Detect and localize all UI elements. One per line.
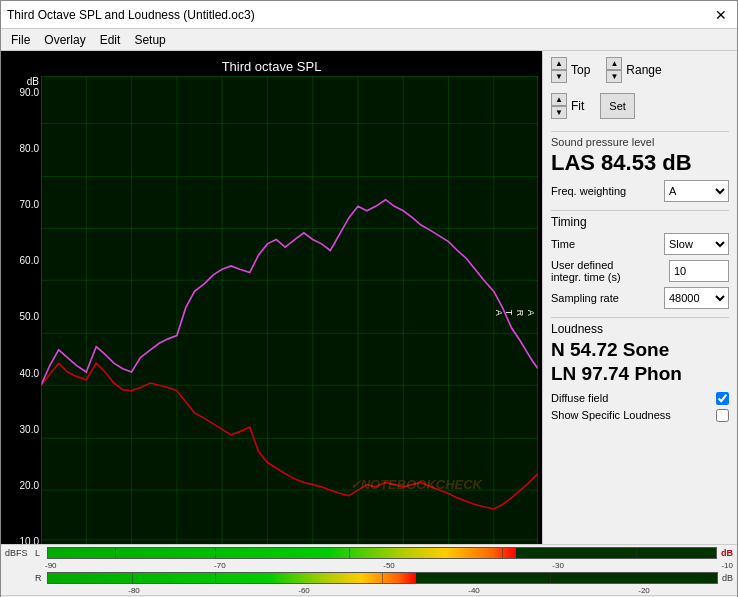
chart-svg	[41, 76, 538, 544]
menu-file[interactable]: File	[5, 31, 36, 49]
loudness-section-label: Loudness	[551, 322, 729, 336]
time-row: Time Slow Fast Impulse	[551, 233, 729, 255]
range-down-button[interactable]: ▼	[606, 70, 622, 83]
loudness-section: Loudness N 54.72 Sone LN 97.74 Phon Diff…	[551, 317, 729, 422]
meter-ticks-top: -90 -70 -50 -30 -10	[1, 561, 737, 570]
fit-up-button[interactable]: ▲	[551, 93, 567, 106]
set-control: Set	[600, 93, 635, 119]
sampling-rate-row: Sampling rate 48000 44100 96000	[551, 287, 729, 309]
sampling-rate-label: Sampling rate	[551, 292, 619, 304]
l-label: L	[35, 548, 45, 558]
freq-weighting-label: Freq. weighting	[551, 185, 626, 197]
nav-controls: ▲ ▼ Top ▲ ▼ Range	[551, 57, 729, 83]
r-label: R	[35, 573, 45, 583]
right-panel: ▲ ▼ Top ▲ ▼ Range ▲	[542, 51, 737, 544]
svg-rect-0	[41, 76, 538, 544]
top-up-button[interactable]: ▲	[551, 57, 567, 70]
range-label: Range	[626, 63, 661, 77]
top-down-button[interactable]: ▼	[551, 70, 567, 83]
db-right-label2: dB	[722, 573, 733, 583]
show-specific-checkbox[interactable]	[716, 409, 729, 422]
menu-overlay[interactable]: Overlay	[38, 31, 91, 49]
close-button[interactable]: ✕	[711, 5, 731, 25]
diffuse-field-label: Diffuse field	[551, 392, 608, 404]
show-specific-row: Show Specific Loudness	[551, 409, 729, 422]
fit-control: ▲ ▼ Fit	[551, 93, 584, 119]
spl-section-label: Sound pressure level	[551, 136, 729, 148]
show-specific-label: Show Specific Loudness	[551, 409, 671, 421]
timing-section: Timing Time Slow Fast Impulse User defin…	[551, 210, 729, 309]
time-select[interactable]: Slow Fast Impulse	[664, 233, 729, 255]
fit-down-button[interactable]: ▼	[551, 106, 567, 119]
l-meter-fill	[48, 548, 516, 558]
user-defined-label: User definedintegr. time (s)	[551, 259, 621, 283]
fit-set-controls: ▲ ▼ Fit Set	[551, 93, 729, 119]
fit-arrows: ▲ ▼	[551, 93, 567, 119]
freq-weighting-row: Freq. weighting A B C Z	[551, 180, 729, 202]
menu-bar: File Overlay Edit Setup	[1, 29, 737, 51]
range-up-button[interactable]: ▲	[606, 57, 622, 70]
timing-section-label: Timing	[551, 215, 729, 229]
user-defined-row: User definedintegr. time (s)	[551, 259, 729, 283]
chart-area: Third octave SPL dB 90.0 80.0 70.0 60.0 …	[1, 51, 542, 544]
arta-label: ARTA	[493, 310, 536, 317]
freq-weighting-select[interactable]: A B C Z	[664, 180, 729, 202]
menu-setup[interactable]: Setup	[128, 31, 171, 49]
loudness-n-value: N 54.72 Sone	[551, 338, 729, 362]
range-control: ▲ ▼ Range	[606, 57, 661, 83]
db-right-label: dB	[721, 548, 733, 558]
dbfs-label: dBFS	[5, 548, 33, 558]
main-content: Third octave SPL dB 90.0 80.0 70.0 60.0 …	[1, 51, 737, 544]
y-axis-db-label: dB	[27, 76, 39, 87]
top-arrows: ▲ ▼	[551, 57, 567, 83]
spl-section: Sound pressure level LAS 84.53 dB Freq. …	[551, 131, 729, 202]
diffuse-field-row: Diffuse field	[551, 392, 729, 405]
title-bar: Third Octave SPL and Loudness (Untitled.…	[1, 1, 737, 29]
bottom-bar: dBFS L dB -90 -70 -50 -30 -10	[1, 544, 737, 596]
meter-tick-labels-top: -90 -70 -50 -30 -10	[45, 561, 733, 570]
l-meter	[47, 547, 717, 559]
top-control: ▲ ▼ Top	[551, 57, 590, 83]
integr-time-input[interactable]	[669, 260, 729, 282]
range-arrows: ▲ ▼	[606, 57, 622, 83]
meter-tick-labels-bottom: -80 -60 -40 -20	[45, 586, 733, 595]
main-window: Third Octave SPL and Loudness (Untitled.…	[0, 0, 738, 597]
spl-value: LAS 84.53 dB	[551, 150, 729, 176]
chart-svg-area: ARTA	[41, 76, 538, 544]
fit-label: Fit	[571, 99, 584, 113]
set-button[interactable]: Set	[600, 93, 635, 119]
meter-ticks-bottom: -80 -60 -40 -20	[1, 586, 737, 595]
diffuse-field-checkbox[interactable]	[716, 392, 729, 405]
r-meter-fill	[48, 573, 416, 583]
chart-title: Third octave SPL	[5, 55, 538, 76]
top-label: Top	[571, 63, 590, 77]
loudness-ln-value: LN 97.74 Phon	[551, 362, 729, 386]
y-axis: dB 90.0 80.0 70.0 60.0 50.0 40.0 30.0 20…	[5, 76, 41, 544]
menu-edit[interactable]: Edit	[94, 31, 127, 49]
sampling-rate-select[interactable]: 48000 44100 96000	[664, 287, 729, 309]
r-meter	[47, 572, 718, 584]
time-label: Time	[551, 238, 575, 250]
window-title: Third Octave SPL and Loudness (Untitled.…	[7, 8, 255, 22]
meter-row-top: dBFS L dB	[1, 545, 737, 561]
meter-row-bottom: R dB	[1, 570, 737, 586]
